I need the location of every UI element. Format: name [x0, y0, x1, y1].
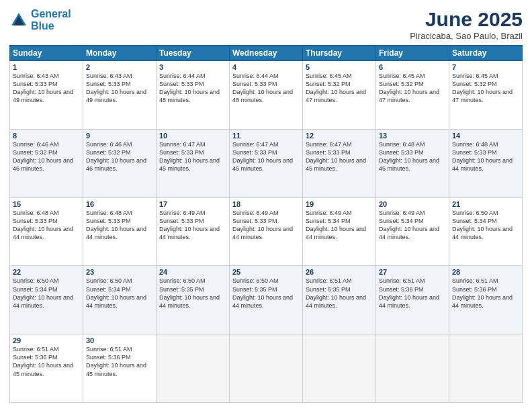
- day-info: Sunrise: 6:44 AM Sunset: 5:33 PM Dayligh…: [232, 72, 300, 105]
- logo-icon: [9, 11, 28, 30]
- day-info: Sunrise: 6:47 AM Sunset: 5:33 PM Dayligh…: [159, 140, 226, 173]
- day-number: 9: [86, 132, 153, 140]
- day-cell-1: 1 Sunrise: 6:43 AM Sunset: 5:33 PM Dayli…: [10, 61, 83, 130]
- empty-cell: [230, 334, 303, 403]
- header-monday: Monday: [83, 46, 157, 61]
- day-number: 3: [159, 63, 226, 71]
- day-number: 28: [452, 268, 519, 276]
- day-info: Sunrise: 6:48 AM Sunset: 5:33 PM Dayligh…: [452, 140, 519, 173]
- day-cell-25: 25 Sunrise: 6:50 AM Sunset: 5:35 PM Dayl…: [230, 266, 303, 334]
- day-cell-26: 26 Sunrise: 6:51 AM Sunset: 5:35 PM Dayl…: [303, 266, 376, 334]
- day-info: Sunrise: 6:47 AM Sunset: 5:33 PM Dayligh…: [306, 140, 373, 173]
- day-cell-6: 6 Sunrise: 6:45 AM Sunset: 5:32 PM Dayli…: [376, 61, 449, 130]
- day-number: 21: [452, 200, 519, 208]
- empty-cell: [376, 334, 449, 403]
- logo-line2: Blue: [31, 20, 54, 32]
- day-info: Sunrise: 6:50 AM Sunset: 5:34 PM Dayligh…: [86, 277, 153, 310]
- header-tuesday: Tuesday: [157, 46, 230, 61]
- day-info: Sunrise: 6:47 AM Sunset: 5:33 PM Dayligh…: [232, 140, 300, 173]
- day-info: Sunrise: 6:49 AM Sunset: 5:33 PM Dayligh…: [159, 209, 226, 242]
- day-number: 14: [452, 132, 519, 140]
- header: General Blue June 2025 Piracicaba, Sao P…: [9, 8, 523, 41]
- header-saturday: Saturday: [449, 46, 523, 61]
- day-number: 12: [306, 132, 373, 140]
- logo-text: General Blue: [31, 8, 71, 32]
- day-info: Sunrise: 6:50 AM Sunset: 5:34 PM Dayligh…: [13, 277, 80, 310]
- day-info: Sunrise: 6:51 AM Sunset: 5:35 PM Dayligh…: [306, 277, 373, 310]
- day-number: 8: [13, 132, 80, 140]
- day-cell-4: 4 Sunrise: 6:44 AM Sunset: 5:33 PM Dayli…: [230, 61, 303, 130]
- day-number: 6: [379, 63, 446, 71]
- day-cell-18: 18 Sunrise: 6:49 AM Sunset: 5:33 PM Dayl…: [230, 197, 303, 266]
- day-number: 17: [159, 200, 226, 208]
- day-info: Sunrise: 6:50 AM Sunset: 5:35 PM Dayligh…: [232, 277, 300, 310]
- day-cell-2: 2 Sunrise: 6:43 AM Sunset: 5:33 PM Dayli…: [83, 61, 157, 130]
- day-info: Sunrise: 6:45 AM Sunset: 5:32 PM Dayligh…: [379, 72, 446, 105]
- day-info: Sunrise: 6:46 AM Sunset: 5:32 PM Dayligh…: [13, 140, 80, 173]
- logo: General Blue: [9, 8, 71, 32]
- day-cell-7: 7 Sunrise: 6:45 AM Sunset: 5:32 PM Dayli…: [449, 61, 523, 130]
- day-cell-11: 11 Sunrise: 6:47 AM Sunset: 5:33 PM Dayl…: [230, 129, 303, 197]
- weekday-header-row: Sunday Monday Tuesday Wednesday Thursday…: [10, 46, 523, 61]
- day-cell-3: 3 Sunrise: 6:44 AM Sunset: 5:33 PM Dayli…: [157, 61, 230, 130]
- week-row-5: 29 Sunrise: 6:51 AM Sunset: 5:36 PM Dayl…: [10, 334, 523, 403]
- day-info: Sunrise: 6:49 AM Sunset: 5:33 PM Dayligh…: [232, 209, 300, 242]
- day-info: Sunrise: 6:51 AM Sunset: 5:36 PM Dayligh…: [86, 345, 153, 378]
- empty-cell: [303, 334, 376, 403]
- calendar-table: Sunday Monday Tuesday Wednesday Thursday…: [9, 45, 523, 403]
- day-info: Sunrise: 6:51 AM Sunset: 5:36 PM Dayligh…: [452, 277, 519, 310]
- day-info: Sunrise: 6:50 AM Sunset: 5:35 PM Dayligh…: [159, 277, 226, 310]
- day-info: Sunrise: 6:49 AM Sunset: 5:34 PM Dayligh…: [306, 209, 373, 242]
- day-cell-10: 10 Sunrise: 6:47 AM Sunset: 5:33 PM Dayl…: [157, 129, 230, 197]
- day-number: 29: [13, 336, 80, 345]
- day-number: 11: [232, 132, 300, 140]
- day-number: 1: [13, 63, 80, 71]
- day-number: 18: [232, 200, 300, 208]
- day-number: 24: [159, 268, 226, 276]
- day-number: 16: [86, 200, 153, 208]
- day-cell-5: 5 Sunrise: 6:45 AM Sunset: 5:32 PM Dayli…: [303, 61, 376, 130]
- day-number: 26: [306, 268, 373, 276]
- logo-line1: General: [31, 8, 71, 19]
- day-number: 4: [232, 63, 300, 71]
- header-sunday: Sunday: [10, 46, 83, 61]
- week-row-3: 15 Sunrise: 6:48 AM Sunset: 5:33 PM Dayl…: [10, 197, 523, 266]
- day-number: 15: [13, 200, 80, 208]
- day-info: Sunrise: 6:44 AM Sunset: 5:33 PM Dayligh…: [159, 72, 226, 105]
- title-block: June 2025 Piracicaba, Sao Paulo, Brazil: [410, 8, 523, 41]
- empty-cell: [449, 334, 523, 403]
- day-info: Sunrise: 6:43 AM Sunset: 5:33 PM Dayligh…: [86, 72, 153, 105]
- day-cell-20: 20 Sunrise: 6:49 AM Sunset: 5:34 PM Dayl…: [376, 197, 449, 266]
- day-cell-14: 14 Sunrise: 6:48 AM Sunset: 5:33 PM Dayl…: [449, 129, 523, 197]
- day-number: 25: [232, 268, 300, 276]
- day-info: Sunrise: 6:46 AM Sunset: 5:32 PM Dayligh…: [86, 140, 153, 173]
- day-cell-8: 8 Sunrise: 6:46 AM Sunset: 5:32 PM Dayli…: [10, 129, 83, 197]
- day-number: 10: [159, 132, 226, 140]
- day-number: 27: [379, 268, 446, 276]
- header-wednesday: Wednesday: [230, 46, 303, 61]
- day-cell-24: 24 Sunrise: 6:50 AM Sunset: 5:35 PM Dayl…: [157, 266, 230, 334]
- day-cell-17: 17 Sunrise: 6:49 AM Sunset: 5:33 PM Dayl…: [157, 197, 230, 266]
- day-cell-22: 22 Sunrise: 6:50 AM Sunset: 5:34 PM Dayl…: [10, 266, 83, 334]
- page: General Blue June 2025 Piracicaba, Sao P…: [0, 0, 532, 411]
- day-info: Sunrise: 6:50 AM Sunset: 5:34 PM Dayligh…: [452, 209, 519, 242]
- empty-cell: [157, 334, 230, 403]
- day-info: Sunrise: 6:43 AM Sunset: 5:33 PM Dayligh…: [13, 72, 80, 105]
- day-cell-19: 19 Sunrise: 6:49 AM Sunset: 5:34 PM Dayl…: [303, 197, 376, 266]
- day-info: Sunrise: 6:45 AM Sunset: 5:32 PM Dayligh…: [306, 72, 373, 105]
- day-cell-12: 12 Sunrise: 6:47 AM Sunset: 5:33 PM Dayl…: [303, 129, 376, 197]
- day-number: 30: [86, 336, 153, 345]
- day-number: 7: [452, 63, 519, 71]
- day-info: Sunrise: 6:48 AM Sunset: 5:33 PM Dayligh…: [13, 209, 80, 242]
- day-cell-23: 23 Sunrise: 6:50 AM Sunset: 5:34 PM Dayl…: [83, 266, 157, 334]
- day-number: 23: [86, 268, 153, 276]
- week-row-2: 8 Sunrise: 6:46 AM Sunset: 5:32 PM Dayli…: [10, 129, 523, 197]
- day-info: Sunrise: 6:49 AM Sunset: 5:34 PM Dayligh…: [379, 209, 446, 242]
- day-cell-16: 16 Sunrise: 6:48 AM Sunset: 5:33 PM Dayl…: [83, 197, 157, 266]
- day-number: 5: [306, 63, 373, 71]
- day-number: 13: [379, 132, 446, 140]
- day-cell-27: 27 Sunrise: 6:51 AM Sunset: 5:36 PM Dayl…: [376, 266, 449, 334]
- day-number: 19: [306, 200, 373, 208]
- day-info: Sunrise: 6:48 AM Sunset: 5:33 PM Dayligh…: [86, 209, 153, 242]
- week-row-4: 22 Sunrise: 6:50 AM Sunset: 5:34 PM Dayl…: [10, 266, 523, 334]
